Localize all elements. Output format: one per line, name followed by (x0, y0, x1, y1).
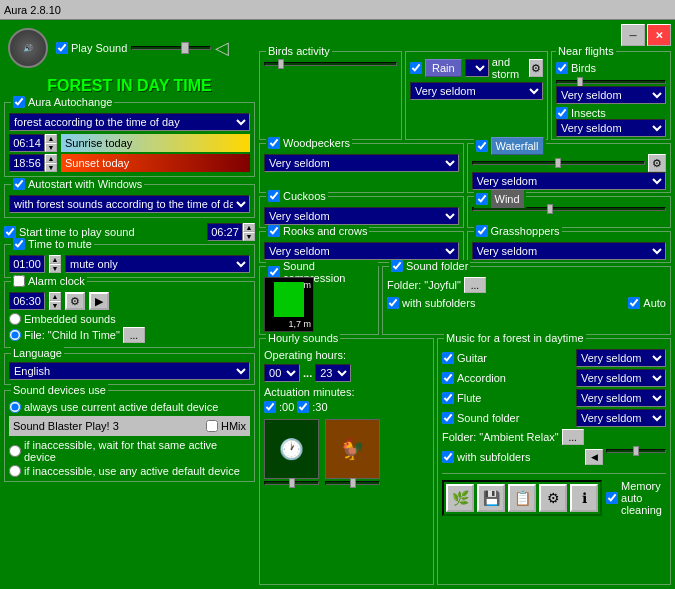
waterfall-btn[interactable]: Waterfall (491, 137, 544, 155)
left-panel: 🔊 Play Sound ◁ FOREST IN DAY TIME Aura A… (4, 24, 255, 585)
hours-from[interactable]: 00 (264, 364, 300, 382)
hours-row: 00 ... 23 (264, 364, 429, 382)
rain-dropdown[interactable]: ▼ (465, 59, 489, 77)
inaccessible2-radio[interactable]: if inaccessible, use any active default … (9, 465, 250, 477)
icon-btn-1[interactable]: 🌿 (446, 484, 474, 512)
icon-btn-3[interactable]: 📋 (508, 484, 536, 512)
start-time-spin[interactable]: ▲ ▼ (243, 223, 255, 241)
sound-compression-box: Sound compression 4,8 m 1,7 m (259, 266, 379, 335)
music-folder-row: Folder: "Ambient Relax" ... (442, 429, 666, 445)
birds-activity-label: Birds activity (266, 45, 332, 57)
compression-bar-top (274, 282, 304, 317)
sunrise-label: Sunrise today (61, 134, 250, 152)
hourly-box: Hourly sounds Operating hours: 00 ... 23… (259, 338, 434, 585)
rain-freq-dropdown[interactable]: Very seldom (410, 82, 543, 100)
bottom-icons: 🌿 💾 📋 ⚙ ℹ (442, 480, 602, 516)
sunset-spin[interactable]: ▲ ▼ (45, 154, 57, 172)
waterfall-dropdown[interactable]: Very seldom (472, 172, 667, 190)
icon-btn-2[interactable]: 💾 (477, 484, 505, 512)
music-folder-browse[interactable]: ... (562, 429, 584, 445)
main-container: 🔊 Play Sound ◁ FOREST IN DAY TIME Aura A… (0, 20, 675, 589)
mute-time-input[interactable] (9, 255, 45, 273)
always-use-radio[interactable]: always use current active default device (9, 401, 250, 413)
sunrise-time[interactable] (9, 134, 45, 152)
rooster-image: 🐓 (325, 419, 380, 479)
mute-mode-dropdown[interactable]: mute only (65, 255, 250, 273)
rooks-grass-row: Rooks and crows Very seldom Grasshoppers… (259, 231, 671, 263)
music-sound-folder-row: Sound folder Very seldom (442, 409, 666, 427)
accordion-freq[interactable]: Very seldom (576, 369, 666, 387)
woodpeckers-box: Woodpeckers Very seldom (259, 143, 464, 193)
sound-folder-browse[interactable]: ... (464, 277, 486, 293)
alarm-spin[interactable]: ▲ ▼ (49, 292, 61, 310)
right-panel: ─ ✕ Birds activity Rain ▼ and storm ⚙ (259, 24, 671, 585)
mute-row: ▲ ▼ mute only (9, 255, 250, 273)
wood-water-row: Woodpeckers Very seldom Waterfall ⚙ (259, 143, 671, 193)
aura-dropdown[interactable]: forest according to the time of day (9, 113, 250, 131)
compression-folder-row: Sound compression 4,8 m 1,7 m Sound fold… (259, 266, 671, 335)
birds-activity-slider[interactable] (264, 62, 397, 66)
minimize-btn[interactable]: ─ (621, 24, 645, 46)
music-small-controls: ◀ (585, 449, 666, 465)
icon-btn-4[interactable]: ⚙ (539, 484, 567, 512)
insects-freq-dropdown[interactable]: Very seldom (556, 119, 666, 137)
alarm-browse-btn[interactable]: ... (123, 327, 145, 343)
autostart-dropdown[interactable]: with forest sounds according to the time… (9, 195, 250, 213)
accordion-row: Accordion Very seldom (442, 369, 666, 387)
alarm-play-btn[interactable]: ▶ (89, 292, 109, 310)
play-sound-checkbox[interactable]: Play Sound (56, 42, 127, 54)
close-btn[interactable]: ✕ (647, 24, 671, 46)
language-box: Language English (4, 353, 255, 385)
hours-to[interactable]: 23 (315, 364, 351, 382)
sound-folder-row: Folder: "Joyful" ... (387, 277, 666, 293)
grasshoppers-dropdown[interactable]: Very seldom (472, 242, 667, 260)
volume-slider[interactable] (131, 46, 211, 50)
sunrise-spin[interactable]: ▲ ▼ (45, 134, 57, 152)
app-logo: 🔊 (8, 28, 48, 68)
alarm-time[interactable] (9, 292, 45, 310)
inaccessible1-radio[interactable]: if inaccessible, wait for that same acti… (9, 439, 250, 463)
guitar-freq[interactable]: Very seldom (576, 349, 666, 367)
window-controls: ─ ✕ (259, 24, 671, 46)
rain-btn[interactable]: Rain (425, 59, 462, 77)
near-flights-box: Near flights Birds Very seldom Insects V… (551, 51, 671, 140)
start-time-check[interactable]: Start time to play sound (4, 226, 135, 238)
clock-image: 🕐 (264, 419, 319, 479)
language-label: Language (11, 347, 64, 359)
logo-area: 🔊 Play Sound ◁ (4, 24, 255, 72)
minutes-row: :00 :30 (264, 401, 429, 413)
rooks-dropdown[interactable]: Very seldom (264, 242, 459, 260)
sound-folder-box: Sound folder Folder: "Joyful" ... with s… (382, 266, 671, 335)
grasshoppers-box: Grasshoppers Very seldom (467, 231, 672, 263)
language-dropdown[interactable]: English (9, 362, 250, 380)
music-ctrl-1[interactable]: ◀ (585, 449, 603, 465)
rain-settings-btn[interactable]: ⚙ (529, 59, 543, 77)
woodpeckers-dropdown[interactable]: Very seldom (264, 154, 459, 172)
speaker-icon: ◁ (215, 37, 229, 59)
sunset-time[interactable] (9, 154, 45, 172)
icon-btn-5[interactable]: ℹ (570, 484, 598, 512)
aura-dropdown-row: forest according to the time of day (9, 113, 250, 131)
sunrise-row: ▲ ▼ Sunrise today (9, 134, 250, 152)
music-volume-slider[interactable] (606, 449, 666, 453)
waterfall-settings-btn[interactable]: ⚙ (648, 154, 666, 172)
mute-spin[interactable]: ▲ ▼ (49, 255, 61, 273)
cuckoos-dropdown[interactable]: Very seldom (264, 207, 459, 225)
autostart-dropdown-row: with forest sounds according to the time… (9, 195, 250, 213)
waterfall-slider[interactable] (472, 161, 645, 165)
flute-freq[interactable]: Very seldom (576, 389, 666, 407)
start-time-input[interactable] (207, 223, 243, 241)
waterfall-box: Waterfall ⚙ Very seldom (467, 143, 672, 193)
alarm-row: ▲ ▼ ⚙ ▶ (9, 292, 250, 310)
hourly-images-row: 🕐 🐓 (264, 419, 429, 485)
sound-devices-box: Sound devices use always use current act… (4, 390, 255, 482)
birds-flight-slider[interactable] (556, 80, 666, 84)
music-sound-folder-freq[interactable]: Very seldom (576, 409, 666, 427)
rain-box: Rain ▼ and storm ⚙ Very seldom (405, 51, 548, 140)
clock-volume-slider[interactable] (264, 481, 319, 485)
title-bar-text: Aura 2.8.10 (4, 4, 61, 16)
birds-freq-dropdown[interactable]: Very seldom (556, 86, 666, 104)
alarm-settings-btn[interactable]: ⚙ (65, 292, 85, 310)
rooster-volume-slider[interactable] (325, 481, 380, 485)
alarm-box: Alarm clock ▲ ▼ ⚙ ▶ Embedded sounds F (4, 281, 255, 348)
